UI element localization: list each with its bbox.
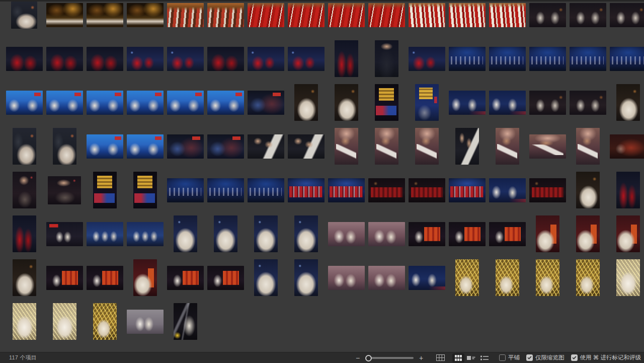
photo-thumbnail[interactable]: [46, 266, 83, 290]
photo-thumbnail[interactable]: [207, 47, 244, 71]
photo-thumbnail[interactable]: [127, 3, 164, 27]
grid-frame-view-button[interactable]: [434, 353, 447, 362]
photo-thumbnail[interactable]: [127, 91, 164, 115]
photo-thumbnail[interactable]: [529, 134, 566, 159]
photo-thumbnail[interactable]: [288, 47, 325, 71]
photo-thumbnail[interactable]: [207, 134, 244, 159]
photo-thumbnail[interactable]: [529, 47, 566, 71]
photo-thumbnail[interactable]: [167, 178, 204, 202]
photo-thumbnail[interactable]: [576, 215, 600, 252]
photo-thumbnail[interactable]: [248, 47, 284, 71]
photo-thumbnail[interactable]: [248, 91, 284, 115]
photo-thumbnail[interactable]: [207, 3, 244, 27]
tile-toggle-checkbox[interactable]: [499, 354, 506, 361]
photo-thumbnail[interactable]: [489, 47, 526, 71]
photo-thumbnail[interactable]: [335, 40, 358, 77]
photo-thumbnail[interactable]: [248, 134, 284, 159]
photo-thumbnail[interactable]: [13, 128, 36, 165]
photo-thumbnail[interactable]: [489, 3, 526, 27]
photo-thumbnail[interactable]: [409, 178, 445, 202]
photo-thumbnail[interactable]: [288, 178, 325, 202]
photo-thumbnail[interactable]: [127, 222, 164, 246]
photo-thumbnail[interactable]: [87, 47, 123, 71]
photo-thumbnail[interactable]: [167, 47, 204, 71]
photo-thumbnail[interactable]: [449, 3, 486, 27]
photo-thumbnail[interactable]: [455, 259, 479, 296]
photo-thumbnail[interactable]: [87, 134, 123, 159]
photo-thumbnail[interactable]: [288, 3, 325, 27]
photo-thumbnail[interactable]: [536, 259, 559, 296]
thumbnails-only-toggle-checkbox[interactable]: [526, 354, 533, 361]
photo-thumbnail[interactable]: [610, 3, 644, 27]
use-command-tag-rate-toggle-checkbox[interactable]: [571, 354, 578, 361]
photo-thumbnail[interactable]: [214, 215, 237, 252]
photo-thumbnail[interactable]: [496, 128, 519, 165]
photo-thumbnail[interactable]: [93, 172, 117, 208]
photo-thumbnail[interactable]: [13, 259, 36, 296]
photo-thumbnail[interactable]: [48, 176, 81, 204]
photo-thumbnail[interactable]: [53, 128, 76, 165]
photo-thumbnail[interactable]: [127, 310, 164, 334]
photo-thumbnail[interactable]: [46, 91, 83, 115]
photo-thumbnail[interactable]: [409, 3, 445, 27]
photo-thumbnail[interactable]: [375, 84, 398, 121]
use-command-tag-rate-toggle[interactable]: 使用 ⌘ 进行标记和评级: [571, 354, 641, 361]
photo-thumbnail[interactable]: [87, 91, 123, 115]
photo-thumbnail[interactable]: [53, 303, 76, 340]
photo-thumbnail[interactable]: [207, 91, 244, 115]
photo-thumbnail[interactable]: [610, 47, 644, 71]
photo-thumbnail[interactable]: [576, 259, 600, 296]
photo-thumbnail[interactable]: [415, 84, 439, 121]
photo-thumbnail[interactable]: [207, 178, 244, 202]
photo-thumbnail[interactable]: [294, 215, 318, 252]
thumbnail-size-slider[interactable]: [364, 354, 415, 361]
photo-thumbnail[interactable]: [87, 3, 123, 27]
photo-thumbnail[interactable]: [409, 266, 445, 290]
photo-thumbnail[interactable]: [335, 128, 358, 165]
thumbnail-details-view-button[interactable]: [464, 353, 478, 362]
photo-thumbnail[interactable]: [167, 266, 204, 290]
photo-thumbnail[interactable]: [610, 134, 644, 159]
photo-thumbnail[interactable]: [529, 3, 566, 27]
photo-thumbnail[interactable]: [13, 215, 36, 252]
photo-thumbnail[interactable]: [87, 266, 123, 290]
photo-thumbnail[interactable]: [570, 47, 606, 71]
photo-thumbnail[interactable]: [13, 303, 36, 340]
photo-thumbnail[interactable]: [496, 259, 519, 296]
list-view-button[interactable]: [478, 353, 491, 362]
photo-thumbnail[interactable]: [13, 172, 36, 208]
zoom-out-button[interactable]: −: [354, 354, 361, 362]
photo-thumbnail[interactable]: [328, 222, 365, 246]
photo-thumbnail[interactable]: [11, 2, 37, 29]
photo-thumbnail[interactable]: [6, 91, 43, 115]
photo-thumbnail[interactable]: [489, 91, 526, 115]
photo-thumbnail[interactable]: [174, 215, 197, 252]
photo-thumbnail[interactable]: [328, 178, 365, 202]
photo-thumbnail[interactable]: [248, 178, 284, 202]
photo-thumbnail[interactable]: [449, 47, 486, 71]
photo-thumbnail[interactable]: [616, 84, 640, 121]
photo-thumbnail[interactable]: [294, 259, 318, 296]
photo-thumbnail[interactable]: [536, 215, 559, 252]
thumbnails-only-toggle[interactable]: 仅限缩览图: [526, 354, 565, 361]
photo-thumbnail[interactable]: [174, 303, 197, 340]
photo-thumbnail[interactable]: [489, 222, 526, 246]
photo-thumbnail[interactable]: [248, 3, 284, 27]
photo-thumbnail[interactable]: [127, 47, 164, 71]
zoom-in-button[interactable]: +: [418, 354, 425, 362]
photo-thumbnail[interactable]: [449, 178, 486, 202]
photo-thumbnail[interactable]: [294, 84, 318, 121]
photo-thumbnail[interactable]: [46, 3, 83, 27]
photo-thumbnail[interactable]: [368, 266, 405, 290]
photo-thumbnail[interactable]: [529, 91, 566, 115]
photo-thumbnail[interactable]: [335, 84, 358, 121]
photo-thumbnail[interactable]: [46, 222, 83, 246]
photo-thumbnail[interactable]: [87, 222, 123, 246]
photo-thumbnail[interactable]: [133, 172, 157, 208]
photo-thumbnail[interactable]: [375, 40, 398, 77]
photo-thumbnail[interactable]: [368, 3, 405, 27]
photo-thumbnail[interactable]: [449, 91, 486, 115]
photo-thumbnail[interactable]: [167, 91, 204, 115]
photo-thumbnail[interactable]: [328, 3, 365, 27]
photo-thumbnail[interactable]: [570, 3, 606, 27]
